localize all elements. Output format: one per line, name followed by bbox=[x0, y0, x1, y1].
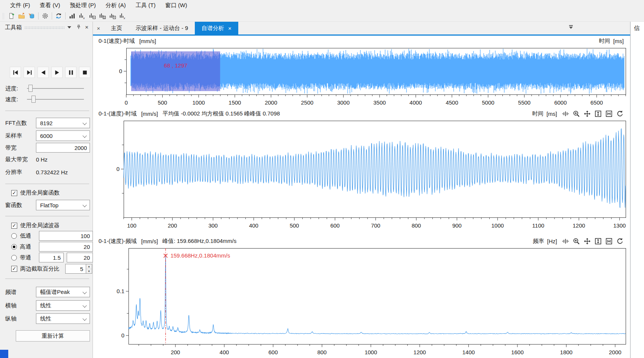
svg-text:4000: 4000 bbox=[409, 99, 422, 106]
svg-text:400: 400 bbox=[220, 349, 229, 355]
svg-text:5500: 5500 bbox=[518, 99, 530, 106]
svg-text:1200: 1200 bbox=[414, 349, 426, 355]
svg-text:6000: 6000 bbox=[554, 99, 566, 106]
svg-text:200: 200 bbox=[168, 222, 177, 229]
svg-text:0.1: 0.1 bbox=[117, 288, 124, 294]
svg-text:800: 800 bbox=[317, 349, 327, 355]
svg-text:2000: 2000 bbox=[265, 99, 277, 106]
status-corner bbox=[0, 350, 8, 358]
svg-text:400: 400 bbox=[249, 222, 258, 229]
svg-text:3500: 3500 bbox=[373, 99, 386, 106]
svg-text:4500: 4500 bbox=[446, 99, 458, 106]
svg-text:800: 800 bbox=[412, 222, 421, 229]
svg-text:1500: 1500 bbox=[229, 99, 241, 106]
svg-text:200: 200 bbox=[171, 349, 180, 355]
svg-text:6500: 6500 bbox=[590, 99, 603, 106]
svg-text:159.668Hz,0.1804mm/s: 159.668Hz,0.1804mm/s bbox=[170, 252, 230, 259]
svg-text:300: 300 bbox=[208, 222, 218, 229]
svg-text:700: 700 bbox=[371, 222, 380, 229]
svg-text:2000: 2000 bbox=[609, 349, 621, 355]
svg-text:1000: 1000 bbox=[193, 99, 205, 106]
charts-canvas[interactable]: 68 , 12970500100015002000250030003500400… bbox=[0, 0, 644, 358]
svg-text:0: 0 bbox=[121, 332, 124, 339]
svg-text:3000: 3000 bbox=[337, 99, 350, 106]
svg-text:900: 900 bbox=[452, 222, 462, 229]
svg-text:1800: 1800 bbox=[560, 349, 572, 355]
svg-text:1300: 1300 bbox=[613, 222, 626, 229]
svg-text:1400: 1400 bbox=[462, 349, 475, 355]
svg-text:0: 0 bbox=[117, 166, 120, 172]
svg-text:68 , 1297: 68 , 1297 bbox=[164, 62, 188, 69]
svg-text:2500: 2500 bbox=[301, 99, 313, 106]
svg-text:1000: 1000 bbox=[492, 222, 504, 229]
svg-text:1000: 1000 bbox=[365, 349, 377, 355]
svg-text:1600: 1600 bbox=[511, 349, 523, 355]
svg-text:100: 100 bbox=[127, 222, 136, 229]
svg-text:0: 0 bbox=[125, 99, 128, 106]
app-window: 文件 (F) 查看 (V) 预处理 (P) 分析 (A) 工具 (T) 窗口 (… bbox=[0, 0, 644, 358]
svg-text:5000: 5000 bbox=[482, 99, 494, 106]
svg-text:1200: 1200 bbox=[573, 222, 585, 229]
svg-text:0: 0 bbox=[119, 68, 122, 74]
svg-text:600: 600 bbox=[330, 222, 340, 229]
svg-text:600: 600 bbox=[269, 349, 278, 355]
svg-text:1100: 1100 bbox=[532, 222, 544, 229]
svg-text:500: 500 bbox=[290, 222, 299, 229]
svg-text:500: 500 bbox=[158, 99, 167, 106]
